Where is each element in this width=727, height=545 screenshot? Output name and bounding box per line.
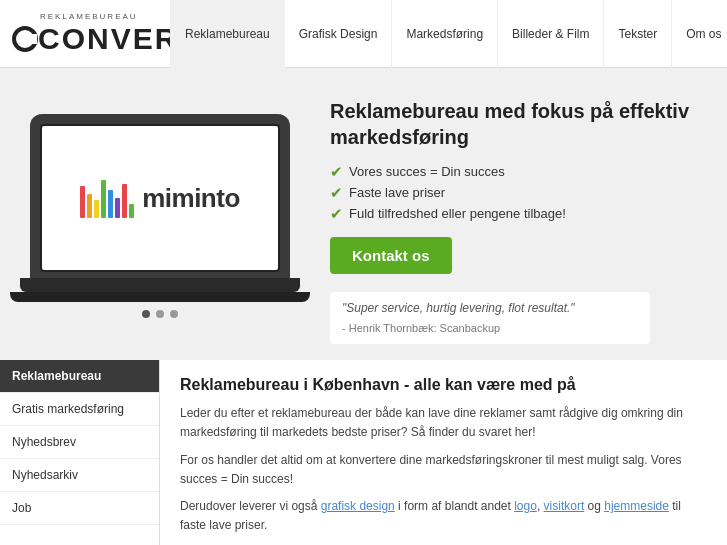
header: REKLAMEBUREAU CONVERT Reklamebureau Graf… [0,0,727,68]
laptop-base [20,278,300,292]
check-icon-3: ✔ [330,206,343,221]
sidebar: Reklamebureau Gratis markedsføring Nyhed… [0,360,160,545]
nav-om-os[interactable]: Om os [672,0,727,68]
nav-grafisk-design[interactable]: Grafisk Design [285,0,393,68]
miminto-bar [122,184,127,218]
dot-2[interactable] [156,310,164,318]
logo-main: CONVERT [12,22,170,56]
check-icon-1: ✔ [330,164,343,179]
hero-title: Reklamebureau med fokus på effektiv mark… [330,98,711,150]
laptop-bottom [10,292,310,302]
quote-box: "Super service, hurtig levering, flot re… [330,292,650,344]
nav-markedsforing[interactable]: Markedsføring [392,0,498,68]
miminto-bar [80,186,85,218]
link-logo[interactable]: logo [514,499,537,513]
sidebar-item-nyhedsarkiv[interactable]: Nyhedsarkiv [0,459,159,492]
logo-area: REKLAMEBUREAU CONVERT [0,12,170,56]
main-nav: Reklamebureau Grafisk Design Markedsføri… [170,0,727,67]
miminto-text: miminto [142,183,240,214]
check-item-1: ✔ Vores succes = Din succes [330,164,711,179]
check-item-3: ✔ Fuld tilfredshed eller pengene tilbage… [330,206,711,221]
laptop-area: miminto [10,88,310,344]
laptop-screen: miminto [40,124,280,272]
nav-reklamebureau[interactable]: Reklamebureau [170,0,285,68]
carousel-dots [142,310,178,318]
content-area: Reklamebureau Gratis markedsføring Nyhed… [0,360,727,545]
main-content: Reklamebureau i København - alle kan vær… [160,360,727,545]
miminto-bar [108,190,113,218]
link-hjemmeside[interactable]: hjemmeside [604,499,669,513]
laptop-outer: miminto [30,114,290,278]
sidebar-item-reklamebureau[interactable]: Reklamebureau [0,360,159,393]
check-text-2: Faste lave priser [349,185,445,200]
hero-checklist: ✔ Vores succes = Din succes ✔ Faste lave… [330,164,711,221]
miminto-bar [129,204,134,218]
check-item-2: ✔ Faste lave priser [330,185,711,200]
sidebar-item-job[interactable]: Job [0,492,159,525]
dot-3[interactable] [170,310,178,318]
main-title: Reklamebureau i København - alle kan vær… [180,376,707,394]
nav-billeder-film[interactable]: Billeder & Film [498,0,604,68]
nav-tekster[interactable]: Tekster [604,0,672,68]
check-icon-2: ✔ [330,185,343,200]
miminto-bar [87,194,92,218]
main-para-2: For os handler det altid om at konverter… [180,451,707,489]
miminto-bar [101,180,106,218]
main-para-1: Leder du efter et reklamebureau der både… [180,404,707,442]
link-visitkort[interactable]: visitkort [544,499,585,513]
hero-section: miminto Reklamebureau med fokus på effek… [0,68,727,360]
logo-c-icon [12,23,38,55]
check-text-1: Vores succes = Din succes [349,164,505,179]
miminto-logo: miminto [80,178,240,218]
main-para-3: Derudover leverer vi også grafisk design… [180,497,707,535]
check-text-3: Fuld tilfredshed eller pengene tilbage! [349,206,566,221]
sidebar-item-gratis[interactable]: Gratis markedsføring [0,393,159,426]
miminto-bar [115,198,120,218]
quote-text: "Super service, hurtig levering, flot re… [342,300,638,317]
miminto-bar [94,200,99,218]
link-grafisk-design[interactable]: grafisk design [321,499,395,513]
logo-small-text: REKLAMEBUREAU [40,12,170,21]
quote-author: - Henrik Thornbæk: Scanbackup [342,321,638,336]
sidebar-item-nyhedsbrev[interactable]: Nyhedsbrev [0,426,159,459]
hero-text: Reklamebureau med fokus på effektiv mark… [310,88,711,344]
kontakt-button[interactable]: Kontakt os [330,237,452,274]
miminto-bars [80,178,134,218]
dot-1[interactable] [142,310,150,318]
